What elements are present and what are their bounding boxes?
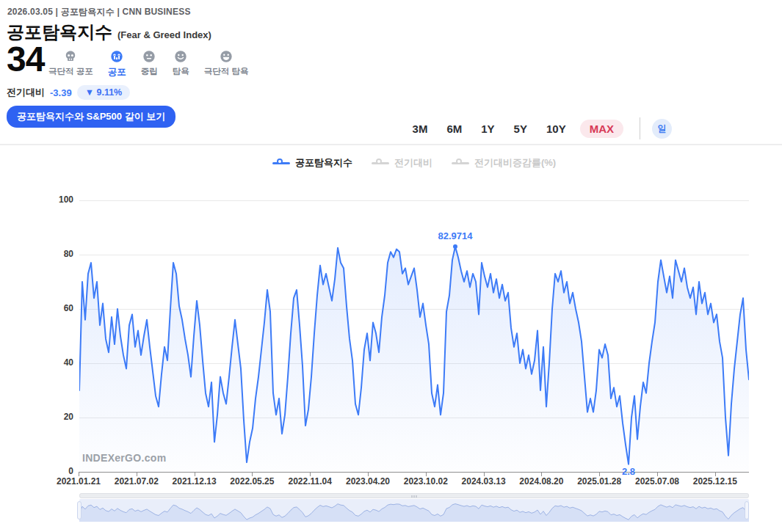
level-greed: 탐욕	[173, 50, 189, 77]
skull-icon	[64, 50, 77, 63]
level-extreme-fear: 극단적 공포	[48, 50, 93, 77]
range-max[interactable]: MAX	[580, 120, 623, 138]
level-label: 탐욕	[173, 66, 189, 77]
legend-marker-gray	[452, 159, 469, 167]
section-divider	[0, 144, 782, 145]
change-row: 전기대비 -3.39 ▼ 9.11%	[7, 85, 130, 100]
max-point-marker	[453, 244, 457, 249]
change-label: 전기대비	[7, 86, 45, 99]
x-axis-label: 2024.08.20	[519, 476, 563, 487]
change-percent-badge: ▼ 9.11%	[77, 85, 131, 100]
x-axis-label: 2025.12.15	[693, 476, 737, 487]
series-area-fill	[79, 247, 749, 472]
x-axis-label: 2023.10.02	[404, 476, 448, 487]
level-label: 극단적 탐욕	[204, 66, 249, 77]
range-selector: 3M 6M 1Y 5Y 10Y MAX 일	[403, 117, 672, 139]
y-axis-label: 0	[41, 466, 73, 476]
y-axis-label: 60	[41, 303, 73, 313]
range-1y[interactable]: 1Y	[481, 123, 494, 135]
legend-item-index[interactable]: 공포탐욕지수	[272, 156, 352, 170]
x-axis-label: 2024.03.13	[462, 476, 506, 487]
interval-day-button[interactable]: 일	[652, 119, 672, 139]
level-extreme-greed: 극단적 탐욕	[204, 50, 249, 77]
compare-sp500-button[interactable]: 공포탐욕지수와 S&P500 같이 보기	[7, 106, 175, 128]
legend-marker-gray	[372, 159, 389, 167]
x-axis-label: 2021.07.02	[115, 476, 159, 487]
level-label: 중립	[141, 66, 158, 77]
x-axis-label: 2025.01.28	[577, 476, 621, 487]
x-axis-label: 2021.01.21	[57, 476, 101, 487]
fear-greed-index-page: 2026.03.05 | 공포탐욕지수 | CNN BUSINESS 공포탐욕지…	[0, 0, 782, 532]
breadcrumb: 2026.03.05 | 공포탐욕지수 | CNN BUSINESS	[7, 6, 191, 18]
x-axis-label: 2022.11.04	[288, 476, 331, 487]
navigator-scrollbar[interactable]	[79, 493, 749, 498]
change-value: -3.39	[50, 87, 72, 98]
range-3m[interactable]: 3M	[413, 123, 428, 135]
chart-legend: 공포탐욕지수 전기대비 전기대비증감률(%)	[79, 156, 749, 170]
legend-marker-blue	[272, 159, 290, 167]
range-divider	[640, 117, 640, 139]
annotation-max-value: 82.9714	[438, 230, 473, 241]
x-axis-label: 2022.05.25	[230, 476, 274, 487]
y-axis-label: 20	[41, 412, 73, 422]
x-axis-label: 2025.07.08	[635, 476, 679, 487]
x-axis-label: 2023.04.20	[346, 476, 390, 487]
navigator-series	[79, 499, 749, 522]
legend-item-change-percent[interactable]: 전기대비증감률(%)	[452, 156, 556, 170]
y-axis-label: 80	[41, 249, 73, 259]
annotation-min-value: 2.8	[622, 466, 635, 477]
x-axis-label: 2021.12.13	[173, 476, 217, 487]
neutral-face-icon	[142, 50, 156, 63]
navigator-mini-chart[interactable]	[79, 499, 749, 522]
watermark: INDEXerGO.com	[82, 452, 166, 464]
range-6m[interactable]: 6M	[446, 123, 462, 135]
navigator-handle-left[interactable]	[77, 501, 82, 520]
extreme-greed-face-icon	[220, 50, 233, 63]
index-current-value: 34	[7, 43, 44, 76]
fear-face-icon	[110, 50, 123, 63]
range-10y[interactable]: 10Y	[546, 123, 566, 135]
level-fear: 공포	[108, 50, 126, 79]
index-level-scale: 극단적 공포 공포 중립	[48, 50, 248, 79]
level-neutral: 중립	[141, 50, 158, 77]
range-5y[interactable]: 5Y	[514, 123, 527, 135]
greed-face-icon	[174, 50, 187, 63]
fear-greed-line-chart[interactable]	[79, 200, 749, 473]
level-label: 공포	[108, 66, 126, 79]
navigator-handle-right[interactable]	[745, 501, 749, 520]
scrollbar-grip-icon	[412, 495, 417, 498]
page-title-english: (Fear & Greed Index)	[117, 29, 211, 40]
navigator-scrollbar-thumb[interactable]	[79, 493, 749, 498]
y-axis-label: 40	[41, 357, 73, 368]
legend-item-change[interactable]: 전기대비	[372, 156, 432, 170]
level-label: 극단적 공포	[48, 66, 93, 77]
y-axis-label: 100	[41, 194, 73, 205]
